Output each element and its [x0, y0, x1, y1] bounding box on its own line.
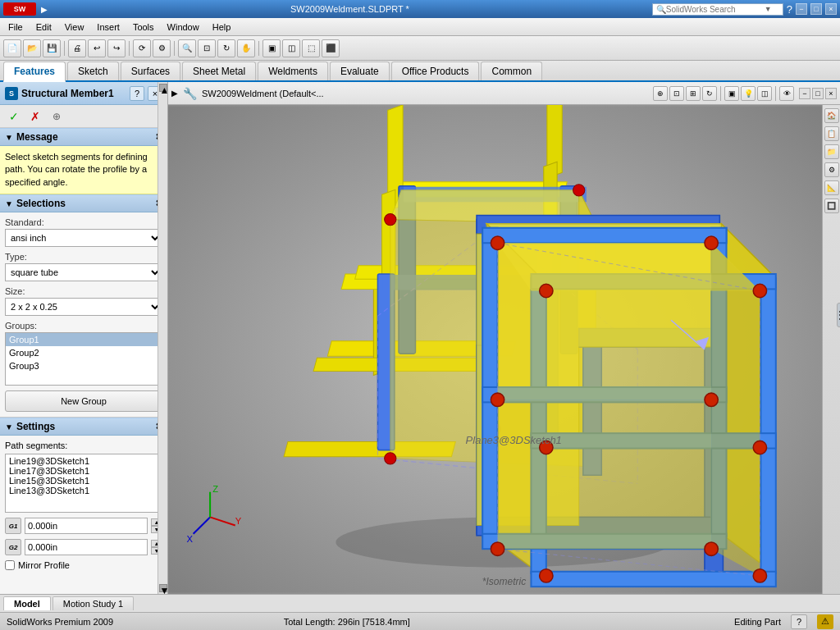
selections-section-header[interactable]: ▼ Selections ⇕: [0, 194, 167, 212]
panel-resize-handle[interactable]: ⋮: [837, 303, 840, 327]
menu-insert[interactable]: Insert: [90, 18, 126, 35]
help-icon[interactable]: ?: [787, 3, 792, 16]
titlebar-title: SW2009Weldment.SLDPRT *: [48, 4, 652, 14]
ft-display[interactable]: 🔲: [824, 199, 839, 213]
vp-close[interactable]: ×: [825, 88, 837, 99]
tab-office-products[interactable]: Office Products: [391, 62, 480, 80]
tab-sheet-metal[interactable]: Sheet Metal: [182, 62, 256, 80]
message-section-header[interactable]: ▼ Message ⇕: [0, 128, 167, 146]
tb-redo[interactable]: ↪: [107, 39, 126, 57]
tab-features[interactable]: Features: [3, 62, 66, 82]
svg-point-29: [573, 185, 585, 196]
new-group-button[interactable]: New Group: [5, 390, 162, 412]
tb-view3[interactable]: ⬚: [302, 39, 320, 57]
zoom-area-btn[interactable]: ⊡: [669, 86, 684, 101]
fit-view-btn[interactable]: ⊞: [686, 86, 701, 101]
tb-view2[interactable]: ◫: [282, 39, 300, 57]
titlebar-restore[interactable]: □: [810, 3, 822, 15]
tb-zoom-in[interactable]: 🔍: [178, 39, 196, 57]
tab-common[interactable]: Common: [481, 62, 542, 80]
tb-zoom-fit[interactable]: ⊡: [198, 39, 216, 57]
tb-sep4: [258, 41, 259, 56]
svg-rect-51: [482, 228, 497, 536]
bottom-tab-model[interactable]: Model: [3, 596, 51, 610]
group-item-1[interactable]: Group1: [6, 333, 162, 346]
tree-label: SW2009Weldment (Default<...: [202, 89, 324, 98]
search-dropdown-icon[interactable]: ▼: [765, 5, 772, 13]
viewport-3d[interactable]: ✓ ✗: [168, 105, 840, 594]
panel-scrollbar[interactable]: ▲ ▼: [158, 82, 167, 594]
menu-edit[interactable]: Edit: [30, 18, 58, 35]
bottom-tab-motion[interactable]: Motion Study 1: [52, 596, 134, 610]
scroll-down[interactable]: ▼: [159, 584, 167, 592]
search-input[interactable]: [666, 5, 765, 14]
settings-section-header[interactable]: ▼ Settings ⇕: [0, 418, 167, 436]
type-label: Type:: [5, 252, 162, 262]
group-item-2[interactable]: Group2: [6, 346, 162, 359]
titlebar-menu-arrow[interactable]: ▶: [41, 5, 48, 14]
path-seg-4: Line13@3DSketch1: [9, 486, 158, 495]
mirror-profile-checkbox[interactable]: [5, 560, 15, 570]
tab-sketch[interactable]: Sketch: [67, 62, 119, 80]
g2-input[interactable]: [25, 539, 148, 555]
tree-expand-icon[interactable]: ▶: [171, 89, 178, 98]
size-select[interactable]: 2 x 2 x 0.25: [5, 298, 162, 316]
menu-file[interactable]: File: [2, 18, 30, 35]
display-mode-btn[interactable]: ▣: [724, 86, 739, 101]
g1-icon: G1: [5, 518, 21, 534]
svg-rect-55: [482, 228, 726, 243]
tb-rotate[interactable]: ↻: [217, 39, 235, 57]
settings-content: Path segments: Line19@3DSketch1 Line17@3…: [0, 436, 167, 594]
tab-evaluate[interactable]: Evaluate: [330, 62, 390, 80]
tb-save[interactable]: 💾: [43, 39, 61, 57]
path-seg-1: Line19@3DSketch1: [9, 456, 158, 466]
titlebar-close[interactable]: ×: [825, 3, 837, 15]
menu-window[interactable]: Window: [161, 18, 206, 35]
g1-input[interactable]: [25, 518, 148, 534]
tb-view1[interactable]: ▣: [262, 39, 281, 57]
standard-label: Standard:: [5, 217, 162, 227]
search-area: 🔍 ▼ ? − □ ×: [652, 3, 837, 16]
ft-feature-tree[interactable]: 📋: [824, 126, 839, 141]
section-view-btn[interactable]: ◫: [757, 86, 772, 101]
message-chevron: ▼: [5, 133, 13, 142]
standard-select[interactable]: ansi inch: [5, 229, 162, 247]
menu-tools[interactable]: Tools: [126, 18, 161, 35]
groups-row: Groups: Group1 Group2 Group3: [5, 321, 162, 386]
hide-btn[interactable]: 👁: [779, 86, 794, 101]
statusbar: SolidWorks Premium 2009 Total Length: 29…: [0, 612, 840, 630]
vp-minimize[interactable]: −: [799, 88, 810, 99]
tb-print[interactable]: 🖨: [68, 39, 86, 57]
ft-property[interactable]: 📁: [824, 144, 839, 159]
tb-new[interactable]: 📄: [3, 39, 21, 57]
tab-weldments[interactable]: Weldments: [258, 62, 328, 80]
plane-label: Plane3@3DSketch1: [466, 434, 562, 446]
ft-config[interactable]: ⚙: [824, 162, 839, 177]
scroll-up[interactable]: ▲: [159, 84, 167, 92]
reject-button[interactable]: ✗: [26, 107, 44, 126]
menu-view[interactable]: View: [58, 18, 91, 35]
type-select[interactable]: square tube: [5, 263, 162, 281]
preview-button[interactable]: ⊕: [48, 107, 66, 126]
ft-dimension[interactable]: 📐: [824, 180, 839, 195]
rotate-btn[interactable]: ↻: [702, 86, 717, 101]
tb-undo[interactable]: ↩: [88, 39, 106, 57]
groups-list[interactable]: Group1 Group2 Group3: [5, 332, 162, 386]
ft-home[interactable]: 🏠: [824, 108, 839, 123]
tb-view4[interactable]: ⬛: [322, 39, 340, 57]
titlebar-minimize[interactable]: −: [796, 3, 807, 15]
tb-rebuild[interactable]: ⟳: [133, 39, 151, 57]
zoom-in-btn[interactable]: ⊕: [653, 86, 668, 101]
accept-button[interactable]: ✓: [5, 107, 23, 126]
tb-pan[interactable]: ✋: [237, 39, 255, 57]
status-help-button[interactable]: ?: [791, 614, 807, 629]
help-button[interactable]: ?: [130, 86, 144, 101]
group-item-3[interactable]: Group3: [6, 359, 162, 372]
vp-restore[interactable]: □: [812, 88, 824, 99]
menu-help[interactable]: Help: [206, 18, 238, 35]
tb-open[interactable]: 📂: [23, 39, 41, 57]
svg-text:Y: Y: [235, 516, 242, 526]
lights-btn[interactable]: 💡: [741, 86, 756, 101]
tab-surfaces[interactable]: Surfaces: [121, 62, 180, 80]
tb-options[interactable]: ⚙: [153, 39, 171, 57]
